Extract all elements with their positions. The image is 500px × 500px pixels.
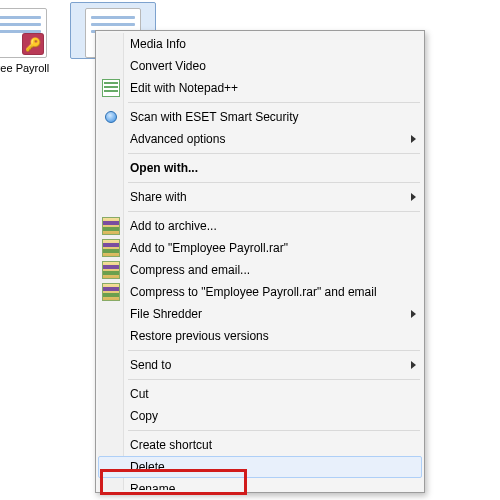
notepad-icon [102,79,120,97]
menu-edit-notepad[interactable]: Edit with Notepad++ [98,77,422,99]
file-label: oyee Payroll [0,62,58,75]
menu-separator [128,430,420,431]
winrar-icon [102,239,120,257]
submenu-arrow-icon [411,135,416,143]
menu-cut[interactable]: Cut [98,383,422,405]
menu-separator [128,379,420,380]
menu-create-shortcut[interactable]: Create shortcut [98,434,422,456]
menu-compress-rar-email[interactable]: Compress to "Employee Payroll.rar" and e… [98,281,422,303]
menu-file-shredder[interactable]: File Shredder [98,303,422,325]
winrar-icon [102,283,120,301]
menu-advanced-options[interactable]: Advanced options [98,128,422,150]
eset-icon [105,111,117,123]
menu-separator [128,102,420,103]
winrar-icon [102,217,120,235]
menu-copy[interactable]: Copy [98,405,422,427]
submenu-arrow-icon [411,361,416,369]
access-key-icon: 🔑 [22,33,44,55]
menu-add-archive[interactable]: Add to archive... [98,215,422,237]
access-file-thumb: 🔑 [0,8,47,58]
menu-open-with[interactable]: Open with... [98,157,422,179]
submenu-arrow-icon [411,193,416,201]
menu-send-to[interactable]: Send to [98,354,422,376]
menu-delete[interactable]: Delete [98,456,422,478]
menu-add-to-rar[interactable]: Add to "Employee Payroll.rar" [98,237,422,259]
menu-media-info[interactable]: Media Info [98,33,422,55]
context-menu: Media Info Convert Video Edit with Notep… [95,30,425,493]
menu-restore-previous[interactable]: Restore previous versions [98,325,422,347]
submenu-arrow-icon [411,310,416,318]
file-icon-employee-payroll-1[interactable]: 🔑 oyee Payroll [0,8,58,75]
menu-separator [128,153,420,154]
menu-scan-eset[interactable]: Scan with ESET Smart Security [98,106,422,128]
menu-compress-email[interactable]: Compress and email... [98,259,422,281]
winrar-icon [102,261,120,279]
menu-rename[interactable]: Rename [98,478,422,490]
menu-separator [128,182,420,183]
menu-separator [128,350,420,351]
menu-separator [128,211,420,212]
menu-convert-video[interactable]: Convert Video [98,55,422,77]
menu-share-with[interactable]: Share with [98,186,422,208]
